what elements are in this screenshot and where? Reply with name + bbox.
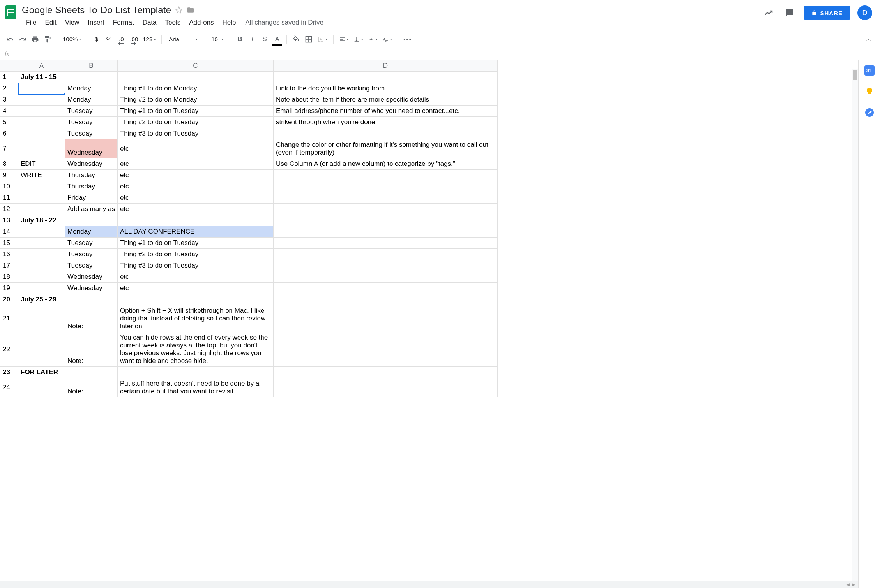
row-header[interactable]: 21 [0,305,18,332]
zoom-select[interactable]: 100% [61,34,83,45]
cell[interactable]: ALL DAY CONFERENCE [117,226,273,238]
menu-insert[interactable]: Insert [84,17,108,28]
cell[interactable]: Tuesday [65,238,118,249]
cell[interactable] [117,367,273,378]
cell[interactable]: Thing #1 to do on Monday [117,83,273,94]
cell[interactable]: July 25 - 29 [18,294,65,305]
cell[interactable] [273,378,497,397]
cell[interactable] [18,332,65,367]
cell[interactable]: Note: [65,332,118,367]
move-folder-icon[interactable] [187,6,194,14]
cell[interactable] [65,215,118,226]
cell[interactable]: Tuesday [65,249,118,260]
row-header[interactable]: 9 [0,170,18,181]
cell[interactable] [273,72,497,83]
cell[interactable] [273,283,497,294]
cell[interactable] [18,378,65,397]
cell[interactable] [18,271,65,283]
cell[interactable]: Add as many as [65,204,118,215]
cell[interactable]: July 18 - 22 [18,215,65,226]
cell[interactable]: Thing #3 to do on Tuesday [117,128,273,139]
menu-data[interactable]: Data [139,17,161,28]
paint-format-button[interactable] [42,34,53,45]
cell[interactable]: Thursday [65,181,118,192]
cell[interactable] [18,226,65,238]
row-header[interactable]: 8 [0,158,18,170]
menu-addons[interactable]: Add-ons [185,17,217,28]
cell[interactable] [273,238,497,249]
cell[interactable] [273,128,497,139]
strikethrough-button[interactable]: S [259,34,270,45]
row-header[interactable]: 18 [0,271,18,283]
cell[interactable]: Thing #2 to do on Monday [117,94,273,106]
cell[interactable] [65,294,118,305]
account-avatar[interactable]: D [857,5,872,20]
cell[interactable]: Wednesday [65,271,118,283]
row-header[interactable]: 19 [0,283,18,294]
italic-button[interactable]: I [247,34,258,45]
row-header[interactable]: 23 [0,367,18,378]
menu-help[interactable]: Help [219,17,240,28]
cell[interactable] [273,332,497,367]
cell[interactable]: Thing #1 to do on Tuesday [117,106,273,117]
cell[interactable]: Link to the doc you'll be working from [273,83,497,94]
column-header-d[interactable]: D [273,60,497,72]
row-header[interactable]: 12 [0,204,18,215]
cell[interactable]: Tuesday [65,128,118,139]
cell[interactable] [273,305,497,332]
cell[interactable]: etc [117,170,273,181]
cell[interactable]: etc [117,158,273,170]
spreadsheet-grid[interactable]: A B C D 1July 11 - 152MondayThing #1 to … [0,60,858,581]
cell[interactable]: strike it through when you're done! [273,117,497,128]
fill-color-button[interactable] [291,34,302,45]
cell[interactable]: Monday [65,83,118,94]
cell[interactable] [273,367,497,378]
text-color-button[interactable]: A [272,34,283,45]
cell[interactable]: You can hide rows at the end of every we… [117,332,273,367]
column-header-a[interactable]: A [18,60,65,72]
cell[interactable]: etc [117,181,273,192]
row-header[interactable]: 24 [0,378,18,397]
formula-input[interactable] [19,48,880,60]
cell[interactable]: Wednesday [65,139,118,158]
row-header[interactable]: 14 [0,226,18,238]
cell[interactable] [18,181,65,192]
text-rotate-button[interactable] [381,34,394,45]
number-format-select[interactable]: 123 [141,34,157,45]
cell[interactable] [18,106,65,117]
cell[interactable]: etc [117,192,273,204]
increase-decimal-button[interactable]: .00 [128,34,140,45]
redo-button[interactable] [17,34,28,45]
cell[interactable]: Thing #2 to do on Tuesday [117,249,273,260]
cell[interactable] [18,249,65,260]
decrease-decimal-button[interactable]: .0 [116,34,127,45]
cell[interactable]: Tuesday [65,117,118,128]
cell[interactable]: etc [117,283,273,294]
row-header[interactable]: 4 [0,106,18,117]
cell[interactable] [117,72,273,83]
text-wrap-button[interactable] [366,34,379,45]
cell[interactable]: Wednesday [65,283,118,294]
cell[interactable]: Tuesday [65,260,118,271]
cell[interactable]: Option + Shift + X will strikethrough on… [117,305,273,332]
cell[interactable]: Monday [65,226,118,238]
print-button[interactable] [30,34,41,45]
merge-cells-button[interactable] [316,34,329,45]
cell[interactable]: etc [117,271,273,283]
row-header[interactable]: 6 [0,128,18,139]
row-header[interactable]: 16 [0,249,18,260]
menu-edit[interactable]: Edit [41,17,60,28]
vertical-scrollbar[interactable] [852,69,858,581]
cell[interactable]: Email address/phone number of who you ne… [273,106,497,117]
cell[interactable]: Use Column A (or add a new column) to ca… [273,158,497,170]
row-header[interactable]: 13 [0,215,18,226]
cell[interactable] [18,283,65,294]
cell[interactable] [273,170,497,181]
row-header[interactable]: 2 [0,83,18,94]
row-header[interactable]: 3 [0,94,18,106]
cell[interactable]: Friday [65,192,118,204]
cell[interactable] [273,215,497,226]
cell[interactable] [273,271,497,283]
horizontal-scrollbar[interactable]: ◀ ▶ [0,581,858,588]
cell[interactable] [117,215,273,226]
